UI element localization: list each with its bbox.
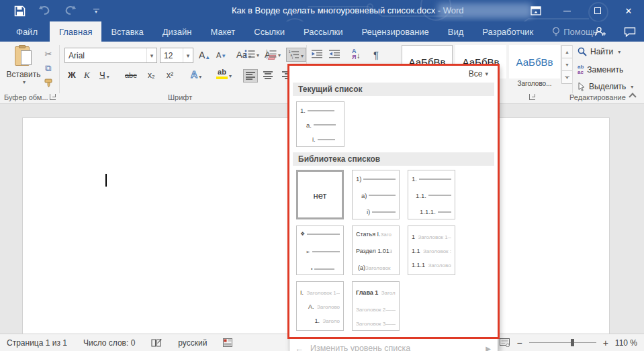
status-right: − + 110 %: [500, 338, 637, 348]
cursor-icon: [578, 82, 586, 91]
search-icon: [578, 47, 587, 56]
tab-home[interactable]: Главная: [50, 21, 101, 42]
numbering-arrow: ▾: [278, 52, 281, 58]
copy-button[interactable]: ⧉: [42, 62, 55, 75]
zoom-level[interactable]: 110 %: [615, 338, 637, 348]
replace-button[interactable]: ab ac Заменить: [578, 64, 623, 75]
undo-button[interactable]: [38, 3, 52, 18]
font-size-arrow[interactable]: ▾: [183, 48, 193, 62]
tab-developer[interactable]: Разработчик: [473, 21, 543, 42]
zoom-out-button[interactable]: −: [516, 338, 522, 348]
format-painter-button[interactable]: [42, 77, 55, 90]
shrink-font-button[interactable]: А▼: [216, 51, 226, 59]
minimize-button[interactable]: [551, 0, 582, 21]
blurred-account-name: [438, 3, 532, 18]
superscript-label: x²: [167, 70, 173, 80]
select-arrow: ▾: [631, 84, 633, 90]
share-icon[interactable]: [594, 26, 606, 37]
styles-scroll-up-button[interactable]: ▲: [561, 45, 573, 58]
align-center-button[interactable]: [263, 71, 273, 79]
list-style-none[interactable]: нет: [296, 170, 344, 219]
subscript-button[interactable]: x₂: [148, 70, 155, 80]
current-list-thumbnail[interactable]: 1. a. i.: [296, 101, 344, 147]
decrease-indent-button[interactable]: [312, 50, 322, 58]
tab-insert[interactable]: Вставка: [101, 21, 152, 42]
sort-button[interactable]: А Я ↓: [352, 48, 361, 60]
font-size-combo[interactable]: 12 ▾: [160, 48, 193, 63]
styles-scroll-down-button[interactable]: ▼: [561, 58, 573, 71]
bold-button[interactable]: Ж: [68, 70, 76, 80]
bullets-icon: [244, 50, 255, 58]
font-name-combo[interactable]: Arial ▾: [64, 48, 157, 63]
list-marker: 1.: [300, 107, 306, 114]
tab-layout[interactable]: Макет: [201, 21, 244, 42]
style-preview: АаБбВв: [516, 56, 553, 68]
styles-dialog-launcher[interactable]: [529, 94, 535, 100]
clipboard-dialog-launcher[interactable]: [50, 94, 56, 100]
tab-view[interactable]: Вид: [439, 21, 473, 42]
window-controls: ✕: [520, 0, 644, 21]
select-button[interactable]: Выделить ▾: [578, 82, 633, 91]
ribbon-display-options-button[interactable]: [520, 0, 551, 21]
list-style-article-section[interactable]: Статья I.Заго Раздел 1.013 (а)Заголовок: [352, 225, 400, 275]
current-list-header: Текущий список: [293, 83, 494, 96]
find-arrow: ▾: [618, 49, 620, 55]
close-button[interactable]: ✕: [613, 0, 644, 21]
strikethrough-button[interactable]: abc: [125, 71, 137, 79]
paste-button[interactable]: Вставить ▾: [5, 46, 42, 97]
list-style-bullets[interactable]: ❖ ➢ ▪: [296, 225, 344, 275]
text-effects-letter: А: [191, 69, 197, 80]
font-name-arrow[interactable]: ▾: [146, 48, 156, 62]
word-count-status[interactable]: Число слов: 0: [83, 338, 135, 348]
tab-file[interactable]: Файл: [4, 21, 50, 42]
customize-qat-button[interactable]: ▾: [89, 3, 103, 18]
page-count-status[interactable]: Страница 1 из 1: [7, 338, 67, 348]
multilevel-list-button[interactable]: 1ai ▾: [286, 48, 306, 62]
list-style-chapter-headings[interactable]: Глава 1 Загол Заголовок 2—— Заголовок 3—…: [352, 281, 400, 331]
style-heading1[interactable]: АаБбВв: [509, 45, 560, 79]
italic-button[interactable]: К: [84, 70, 90, 81]
list-style-decimal[interactable]: 1. 1.1. 1.1.1.: [408, 170, 455, 219]
zoom-in-button[interactable]: +: [603, 338, 608, 348]
list-style-roman-headings[interactable]: I. Заголовок 1— А. Заголово 1. Заголо: [296, 281, 344, 331]
replace-label: Заменить: [587, 65, 623, 74]
find-button[interactable]: Найти ▾: [578, 47, 620, 56]
svg-text:i: i: [292, 56, 293, 59]
list-style-numbered-headings[interactable]: 1 Заголовок 1— 1.1 Заголовок : 1.1.1 Заг…: [408, 225, 455, 275]
highlight-button[interactable]: ab ▾: [216, 68, 232, 79]
redo-button[interactable]: [63, 3, 78, 18]
group-separator: [59, 45, 60, 93]
text-effects-button[interactable]: А▾: [191, 69, 201, 80]
tab-design[interactable]: Дизайн: [153, 21, 201, 42]
shrink-font-letter: А: [216, 51, 221, 59]
bullets-button[interactable]: ▾: [244, 50, 259, 58]
cut-button[interactable]: ✂: [42, 47, 55, 60]
comments-icon[interactable]: [624, 27, 636, 37]
grow-font-button[interactable]: А▲: [199, 50, 210, 60]
macro-record-icon[interactable]: [223, 338, 232, 347]
tab-review[interactable]: Рецензирование: [352, 21, 438, 42]
numbering-button[interactable]: 123 ▾: [266, 50, 281, 58]
zoom-slider[interactable]: [529, 342, 596, 343]
increase-indent-button[interactable]: [329, 50, 340, 58]
view-shortcut-icon[interactable]: [500, 338, 510, 347]
font-size-value: 12: [160, 51, 183, 60]
tab-references[interactable]: Ссылки: [244, 21, 294, 42]
language-status[interactable]: русский: [178, 338, 207, 348]
maximize-button[interactable]: [582, 0, 613, 21]
italic-letter: К: [84, 70, 90, 81]
list-style-paren-numbers[interactable]: 1) a) i): [352, 170, 400, 219]
styles-more-button[interactable]: ▼: [561, 70, 573, 84]
collapse-ribbon-button[interactable]: [629, 93, 636, 100]
underline-button[interactable]: Ч▾: [99, 70, 109, 80]
font-group-label: Шрифт: [168, 93, 192, 101]
zoom-slider-handle[interactable]: [571, 339, 574, 346]
change-list-level-menu-item[interactable]: ← Изменить уровень списка ▶: [289, 340, 498, 351]
list-filter-dropdown[interactable]: Все ▾: [289, 66, 498, 82]
tab-mailings[interactable]: Рассылки: [294, 21, 352, 42]
save-button[interactable]: [12, 3, 27, 18]
proofing-icon[interactable]: [151, 338, 162, 348]
align-left-button[interactable]: [243, 69, 258, 83]
superscript-button[interactable]: x²: [167, 70, 173, 80]
paragraph-mark-button[interactable]: ¶: [373, 49, 379, 60]
